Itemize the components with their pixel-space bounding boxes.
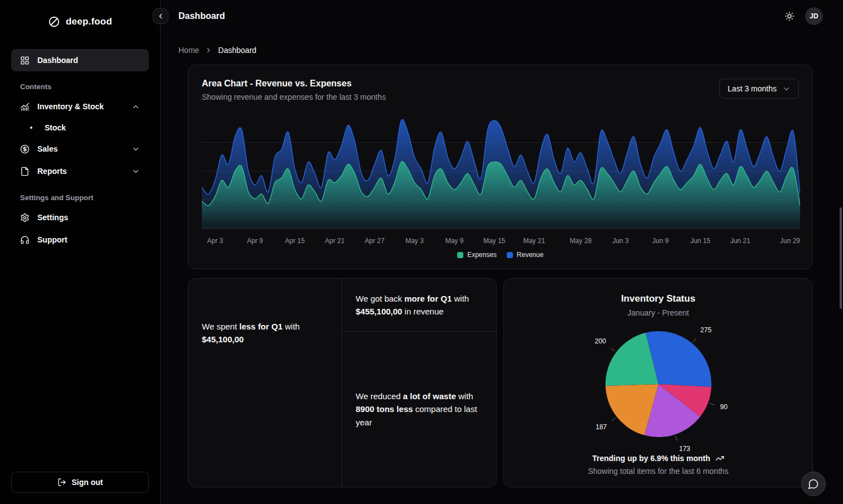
area-chart-card-header: Area Chart - Revenue vs. Expenses Showin…: [202, 79, 799, 101]
legend-swatch-icon: [457, 252, 463, 258]
svg-text:200: 200: [594, 337, 605, 345]
sidebar-item-support[interactable]: Support: [11, 229, 149, 251]
sign-out-label: Sign out: [72, 478, 103, 487]
pie-chart: 27590173187200: [553, 317, 764, 451]
svg-text:Apr 3: Apr 3: [207, 237, 224, 245]
svg-text:Jun 21: Jun 21: [730, 237, 750, 245]
chat-bubble-icon: [808, 478, 819, 490]
pie-card-subtitle: January - Present: [627, 308, 689, 317]
chevron-down-icon: [132, 167, 140, 176]
sidebar-item-label: Reports: [37, 167, 67, 176]
brand-icon: [48, 16, 60, 28]
pie-card-title: Inventory Status: [621, 293, 695, 304]
pie-footer-note: Showing total items for the last 6 month…: [588, 467, 728, 476]
area-chart: Apr 3Apr 9Apr 15Apr 21Apr 27May 3May 9Ma…: [202, 109, 800, 246]
headphones-icon: [20, 235, 30, 245]
chevron-down-icon: [782, 85, 791, 93]
bullet-icon: [30, 127, 32, 129]
sidebar-item-sales[interactable]: Sales: [11, 138, 149, 160]
stat-waste-text: We reduced a lot of waste with 8900 tons…: [356, 390, 483, 429]
inventory-status-card: Inventory Status January - Present 27590…: [503, 278, 813, 487]
sidebar-item-stock[interactable]: Stock: [11, 118, 149, 138]
breadcrumb-current: Dashboard: [218, 46, 256, 55]
svg-text:Apr 9: Apr 9: [247, 237, 263, 245]
chart-legend: ExpensesRevenue: [202, 251, 799, 259]
sidebar-item-settings[interactable]: Settings: [11, 206, 149, 229]
sidebar-item-label: Sales: [37, 144, 58, 153]
svg-text:May 9: May 9: [445, 237, 464, 245]
svg-text:Apr 27: Apr 27: [365, 237, 385, 245]
page-content: Home Dashboard Area Chart - Revenue vs. …: [161, 32, 843, 504]
range-select[interactable]: Last 3 months: [719, 79, 799, 99]
stat-revenue: We got back more for Q1 with $455,100,00…: [342, 279, 496, 332]
svg-text:Jun 3: Jun 3: [612, 237, 629, 245]
stat-spent-text: We spent less for Q1 with $45,100,00: [202, 320, 328, 346]
stat-waste: We reduced a lot of waste with 8900 tons…: [342, 332, 496, 487]
trending-up-icon: [715, 454, 724, 463]
svg-text:Apr 15: Apr 15: [285, 237, 305, 245]
scrollbar-thumb[interactable]: [840, 207, 842, 309]
stat-revenue-text: We got back more for Q1 with $455,100,00…: [356, 292, 483, 318]
svg-text:90: 90: [720, 403, 728, 411]
svg-text:Jun 15: Jun 15: [690, 237, 710, 245]
header: Dashboard JD: [161, 0, 843, 32]
chat-button[interactable]: [801, 472, 826, 496]
range-select-value: Last 3 months: [728, 84, 777, 93]
legend-revenue: Revenue: [507, 251, 544, 259]
pie-card-footer: Trending up by 6.9% this month Showing t…: [588, 454, 728, 476]
header-actions: JD: [782, 7, 823, 25]
brand-logo[interactable]: deep.food: [11, 13, 149, 30]
brand-name: deep.food: [66, 16, 112, 27]
log-out-icon: [57, 478, 66, 487]
stat-spent: We spent less for Q1 with $45,100,00: [188, 279, 342, 487]
area-chart-subtitle: Showing revenue and expenses for the las…: [202, 93, 386, 101]
svg-text:Jun 29: Jun 29: [780, 237, 800, 245]
avatar[interactable]: JD: [805, 7, 823, 25]
svg-text:275: 275: [700, 326, 711, 334]
gear-icon: [20, 213, 30, 222]
svg-text:May 15: May 15: [483, 237, 506, 245]
sidebar-item-label: Inventory & Stock: [37, 102, 104, 111]
dollar-circle-icon: [20, 144, 30, 154]
chevron-left-icon: [157, 12, 164, 20]
inventory-chart-icon: [20, 102, 30, 112]
svg-text:173: 173: [679, 445, 690, 451]
sign-out-button[interactable]: Sign out: [11, 472, 149, 493]
legend-swatch-icon: [507, 252, 513, 258]
svg-text:Jun 9: Jun 9: [652, 237, 669, 245]
svg-text:May 28: May 28: [570, 237, 592, 245]
svg-text:Apr 21: Apr 21: [325, 237, 345, 245]
chevron-down-icon: [132, 145, 140, 153]
main-area: Dashboard JD Home Dashboard Area Chart -…: [161, 0, 843, 504]
sidebar-item-inventory-stock[interactable]: Inventory & Stock: [11, 95, 149, 118]
sun-icon: [784, 11, 794, 21]
sidebar-section-settings-support: Settings and Support: [11, 193, 149, 202]
svg-text:May 3: May 3: [405, 237, 424, 245]
chevron-up-icon: [132, 103, 140, 111]
bottom-row: We spent less for Q1 with $45,100,00 We …: [188, 278, 813, 487]
breadcrumb: Home Dashboard: [178, 46, 813, 55]
svg-text:187: 187: [595, 423, 607, 431]
sidebar-item-reports[interactable]: Reports: [11, 160, 149, 182]
chevron-right-icon: [205, 46, 212, 54]
area-chart-title: Area Chart - Revenue vs. Expenses: [202, 79, 386, 89]
sidebar-item-label: Support: [37, 235, 67, 244]
sidebar-nav: Dashboard Contents Inventory & Stock Sto…: [11, 49, 149, 251]
sidebar-section-contents: Contents: [11, 83, 149, 91]
sidebar-item-dashboard[interactable]: Dashboard: [11, 49, 149, 71]
svg-text:May 21: May 21: [523, 237, 545, 245]
sidebar-collapse-button[interactable]: [153, 8, 168, 24]
app-root: deep.food Dashboard Contents Inventory &…: [0, 0, 843, 504]
sidebar-item-label: Settings: [37, 213, 68, 222]
breadcrumb-home[interactable]: Home: [178, 46, 199, 55]
stats-card: We spent less for Q1 with $45,100,00 We …: [188, 278, 497, 487]
dashboard-grid-icon: [20, 56, 30, 65]
page-title: Dashboard: [178, 11, 225, 21]
legend-expenses: Expenses: [457, 251, 497, 259]
trend-text: Trending up by 6.9% this month: [592, 454, 710, 463]
sidebar-item-label: Dashboard: [37, 56, 78, 65]
theme-toggle-button[interactable]: [782, 8, 797, 24]
area-chart-card: Area Chart - Revenue vs. Expenses Showin…: [188, 65, 813, 269]
sidebar-item-label: Stock: [45, 123, 66, 132]
file-icon: [20, 167, 30, 176]
